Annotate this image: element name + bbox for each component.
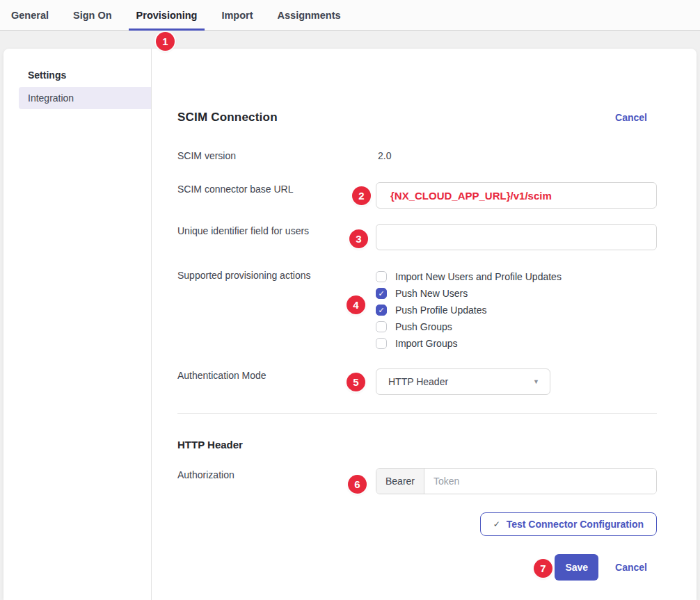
checkbox-label: Import New Users and Profile Updates [395, 268, 562, 285]
authorization-label: Authorization [177, 468, 376, 482]
annotation-badge-7: 7 [534, 559, 552, 578]
tab-label: Assignments [278, 10, 341, 21]
checkbox-import-groups[interactable]: Import Groups [376, 335, 657, 352]
checkbox-label: Push Groups [395, 318, 452, 335]
tab-sign-on[interactable]: Sign On [65, 0, 120, 31]
page-title: SCIM Connection [177, 111, 278, 124]
base-url-label: SCIM connector base URL [177, 182, 376, 196]
provisioning-actions-label: Supported provisioning actions [177, 268, 376, 282]
tab-import[interactable]: Import [214, 0, 260, 31]
checkbox-label: Push New Users [395, 285, 468, 302]
unique-id-input[interactable] [376, 224, 657, 250]
test-connector-button[interactable]: ✓ Test Connector Configuration [480, 512, 657, 536]
http-header-section-title: HTTP Header [177, 438, 657, 452]
auth-mode-selected-value: HTTP Header [388, 376, 448, 387]
check-icon: ✓ [493, 519, 500, 529]
auth-mode-row: Authentication Mode HTTP Header ▼ [177, 368, 657, 395]
auth-mode-select[interactable]: HTTP Header ▼ [376, 368, 550, 395]
checkbox-icon[interactable] [376, 321, 387, 332]
checkbox-push-profile-updates[interactable]: Push Profile Updates [376, 302, 657, 318]
provisioning-actions-row: Supported provisioning actions Import Ne… [177, 268, 657, 352]
tab-general[interactable]: General [3, 0, 56, 31]
bearer-prefix: Bearer [376, 469, 424, 494]
checkbox-label: Push Profile Updates [395, 302, 487, 318]
authorization-row: Authorization Bearer [177, 468, 657, 494]
scim-version-label: SCIM version [177, 149, 376, 163]
checkbox-push-new-users[interactable]: Push New Users [376, 285, 657, 302]
annotation-badge-2: 2 [352, 186, 371, 205]
tab-label: General [11, 10, 49, 21]
token-input[interactable] [424, 469, 656, 494]
form-footer: Save Cancel [177, 554, 657, 581]
provisioning-actions-list: Import New Users and Profile Updates Pus… [376, 268, 657, 352]
tab-label: Sign On [73, 10, 112, 21]
save-button[interactable]: Save [555, 554, 598, 581]
sidebar-item-label: Integration [28, 92, 74, 104]
checkbox-icon[interactable] [376, 338, 387, 349]
app-tabbar: General Sign On Provisioning Import Assi… [0, 0, 700, 31]
settings-card: Settings Integration SCIM Connection Can… [3, 49, 697, 600]
test-connector-label: Test Connector Configuration [507, 519, 644, 530]
unique-id-row: Unique identifier field for users [177, 224, 657, 250]
section-divider [177, 413, 657, 414]
annotation-badge-5: 5 [347, 373, 365, 391]
scim-connection-panel: SCIM Connection Cancel SCIM version 2.0 … [152, 49, 697, 600]
cancel-link-top[interactable]: Cancel [615, 112, 647, 123]
checkbox-label: Import Groups [395, 335, 457, 352]
sidebar-header: Settings [3, 68, 151, 82]
test-connector-row: ✓ Test Connector Configuration [177, 512, 657, 536]
unique-id-label: Unique identifier field for users [177, 224, 376, 238]
tab-provisioning[interactable]: Provisioning [129, 0, 205, 31]
sidebar: Settings Integration [3, 49, 152, 600]
annotation-badge-1: 1 [156, 32, 175, 51]
chevron-down-icon: ▼ [533, 378, 539, 385]
base-url-input[interactable] [376, 182, 657, 209]
annotation-badge-3: 3 [349, 229, 368, 248]
sidebar-item-integration[interactable]: Integration [19, 87, 151, 109]
cancel-link-bottom[interactable]: Cancel [615, 562, 647, 573]
checkbox-push-groups[interactable]: Push Groups [376, 318, 657, 335]
scim-version-value: 2.0 [376, 150, 657, 161]
checkbox-icon[interactable] [376, 288, 387, 299]
tab-assignments[interactable]: Assignments [270, 0, 349, 31]
panel-header: SCIM Connection Cancel [177, 110, 657, 125]
checkbox-import-new-users[interactable]: Import New Users and Profile Updates [376, 268, 657, 285]
tab-label: Provisioning [136, 10, 198, 21]
annotation-badge-6: 6 [348, 475, 367, 494]
authorization-input-group: Bearer [376, 468, 657, 494]
base-url-row: SCIM connector base URL [177, 182, 657, 209]
scim-version-row: SCIM version 2.0 [177, 149, 657, 163]
annotation-badge-4: 4 [347, 295, 365, 314]
checkbox-icon[interactable] [376, 305, 387, 316]
checkbox-icon[interactable] [376, 271, 387, 282]
tab-label: Import [221, 10, 253, 21]
